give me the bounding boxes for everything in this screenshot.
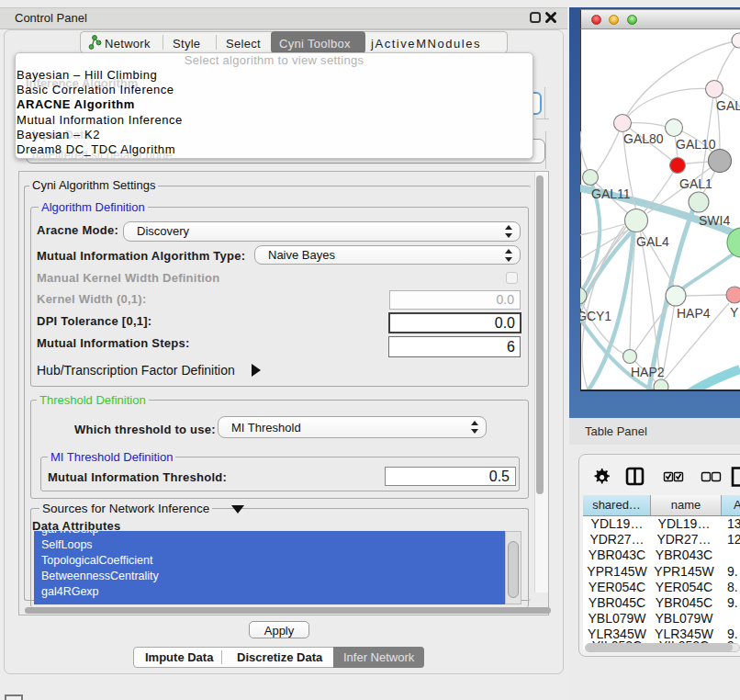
svg-text:GAL4: GAL4 [636, 234, 669, 249]
svg-text:Y: Y [730, 305, 739, 320]
svg-text:HAP4: HAP4 [677, 306, 711, 321]
svg-text:GAL11: GAL11 [591, 186, 631, 201]
svg-text:GAL1: GAL1 [679, 176, 712, 191]
svg-text:HAP2: HAP2 [631, 365, 665, 379]
svg-text:GAL80: GAL80 [623, 131, 664, 146]
svg-text:SWI4: SWI4 [699, 213, 730, 228]
svg-text:GCY1: GCY1 [580, 309, 611, 323]
svg-text:GAL10: GAL10 [676, 137, 716, 152]
svg-text:GAL7: GAL7 [716, 98, 740, 113]
